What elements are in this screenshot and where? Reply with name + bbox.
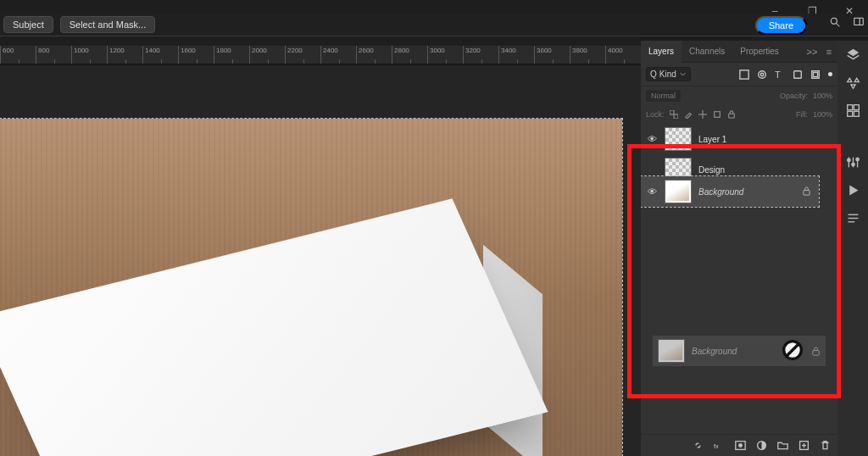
blend-opacity-row: Normal Opacity: 100%: [641, 86, 837, 105]
svg-rect-15: [728, 114, 734, 118]
select-subject-button[interactable]: Subject: [3, 16, 53, 33]
no-drop-cursor-icon: [780, 337, 805, 363]
ghost-thumbnail: [658, 339, 685, 363]
tab-layers[interactable]: Layers: [641, 41, 682, 63]
svg-marker-35: [849, 186, 858, 196]
ruler-tick: 2200: [285, 46, 320, 64]
svg-rect-9: [813, 72, 817, 76]
svg-rect-4: [740, 70, 748, 78]
svg-point-0: [831, 18, 837, 24]
svg-text:fx: fx: [714, 442, 719, 450]
group-icon[interactable]: [777, 440, 788, 451]
opacity-value[interactable]: 100%: [813, 92, 832, 100]
filter-adjustment-icon[interactable]: [757, 70, 767, 80]
layer-row[interactable]: 👁Layer 1: [641, 124, 837, 154]
ruler-tick: 3200: [463, 46, 498, 64]
layer-name[interactable]: Design: [698, 165, 814, 175]
lock-label: Lock:: [646, 110, 665, 119]
svg-point-19: [738, 443, 743, 448]
select-and-mask-button[interactable]: Select and Mask...: [60, 16, 156, 33]
lock-icon: [811, 347, 821, 356]
lock-fill-row: Lock: Fill: 100%: [641, 105, 837, 124]
opacity-label: Opacity:: [780, 92, 808, 100]
svg-point-34: [855, 158, 858, 160]
lock-position-icon[interactable]: [698, 110, 707, 119]
tab-channels[interactable]: Channels: [682, 41, 732, 63]
visibility-eye-icon[interactable]: 👁: [646, 134, 658, 144]
layer-row[interactable]: Design: [641, 154, 837, 185]
document-canvas[interactable]: [0, 119, 622, 456]
panel-tabs: Layers Channels Properties >> ≡: [641, 41, 837, 63]
visibility-eye-icon[interactable]: 👁: [646, 186, 658, 197]
panel-menu-icon[interactable]: ≡: [821, 47, 837, 57]
layer-footer-icons: fx: [641, 434, 837, 456]
workspace-icon[interactable]: [853, 16, 865, 28]
play-icon[interactable]: [846, 183, 860, 197]
fill-value[interactable]: 100%: [813, 110, 832, 119]
adjustment-layer-icon[interactable]: [756, 440, 767, 451]
collapsed-panels-strip: [837, 41, 868, 456]
search-icon[interactable]: [829, 16, 841, 28]
svg-rect-11: [674, 114, 678, 119]
recycle-icon[interactable]: [846, 75, 860, 90]
new-layer-icon[interactable]: [798, 440, 810, 451]
blend-mode-dropdown[interactable]: Normal: [646, 90, 681, 102]
trash-icon[interactable]: [820, 440, 831, 451]
filter-shape-icon[interactable]: [793, 70, 803, 80]
options-bar: Subject Select and Mask...: [0, 14, 868, 36]
layer-filter-row: Q Kind T: [641, 63, 837, 86]
filter-pixel-icon[interactable]: [739, 70, 749, 80]
add-mask-icon[interactable]: [735, 440, 746, 451]
ruler-tick: 2600: [356, 46, 392, 64]
layers-panel: Layers Channels Properties >> ≡ Q Kind T: [641, 41, 837, 456]
layer-name[interactable]: Layer 1: [698, 135, 814, 144]
ruler-tick: 3400: [498, 46, 534, 64]
swatches-icon[interactable]: [846, 103, 860, 118]
ruler-tick: 3800: [570, 46, 605, 64]
svg-point-6: [760, 73, 763, 75]
filter-type-icon[interactable]: T: [775, 70, 785, 80]
svg-rect-27: [847, 111, 852, 116]
svg-point-33: [851, 163, 854, 165]
layer-thumbnail[interactable]: [665, 158, 692, 181]
canvas-area: [0, 66, 641, 456]
right-panel-column: Layers Channels Properties >> ≡ Q Kind T: [641, 41, 868, 456]
svg-rect-2: [854, 18, 864, 25]
adjust-icon[interactable]: [846, 155, 860, 170]
filter-toggle-dot[interactable]: [828, 72, 832, 76]
ruler-tick: 3600: [534, 46, 570, 64]
lock-artboard-icon[interactable]: [713, 110, 721, 119]
layer-name[interactable]: Background: [698, 187, 795, 197]
tab-properties[interactable]: Properties: [732, 41, 787, 63]
svg-rect-7: [794, 70, 802, 78]
layers-stack-icon[interactable]: [846, 47, 860, 62]
svg-rect-26: [854, 105, 859, 110]
kind-label: Kind: [659, 70, 676, 79]
paragraph-icon[interactable]: [846, 211, 860, 225]
svg-rect-10: [670, 110, 674, 114]
share-button[interactable]: Share: [755, 16, 807, 35]
svg-rect-39: [813, 350, 819, 355]
horizontal-ruler: 6008001000120014001600180020002200240026…: [0, 46, 641, 64]
layer-thumbnail[interactable]: [665, 127, 692, 151]
ruler-tick: 800: [36, 46, 71, 64]
filter-kind-dropdown[interactable]: Q Kind: [646, 67, 691, 81]
lock-brush-icon[interactable]: [684, 110, 693, 119]
ruler-tick: 1600: [178, 46, 214, 64]
lock-all-icon[interactable]: [727, 110, 736, 119]
lock-transparency-icon[interactable]: [670, 110, 678, 119]
svg-rect-16: [804, 190, 810, 195]
svg-point-32: [847, 158, 849, 161]
panel-collapse-icon[interactable]: >>: [804, 47, 821, 57]
ruler-tick: 4000: [605, 46, 641, 64]
svg-rect-28: [854, 111, 859, 116]
ruler-tick: 600: [0, 46, 36, 64]
ruler-tick: 1000: [71, 46, 107, 64]
layer-lock-icon: [802, 186, 814, 197]
white-box-product: [8, 170, 551, 456]
divider: [0, 36, 868, 36]
layer-fx-icon[interactable]: fx: [714, 440, 725, 451]
link-layers-icon[interactable]: [693, 440, 704, 451]
search-glyph: Q: [650, 70, 657, 79]
filter-smartobject-icon[interactable]: [810, 70, 821, 80]
